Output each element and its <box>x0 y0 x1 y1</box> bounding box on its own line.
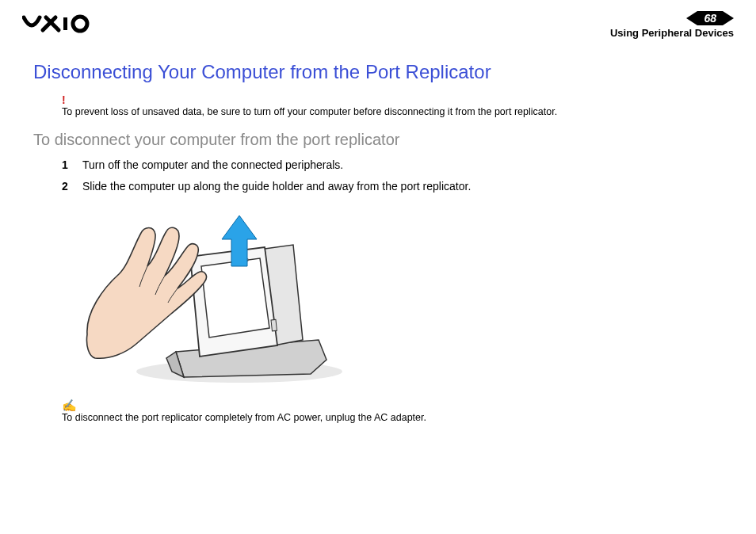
svg-point-1 <box>73 17 87 31</box>
next-page-button[interactable] <box>723 11 734 25</box>
page-header: 68 Using Peripheral Devices <box>0 0 756 39</box>
step-item: 1 Turn off the computer and the connecte… <box>62 157 723 174</box>
note-block: ✍ To disconnect the port replicator comp… <box>33 399 723 425</box>
warning-block: ! To prevent loss of unsaved data, be su… <box>33 94 723 120</box>
warning-text: To prevent loss of unsaved data, be sure… <box>62 105 723 120</box>
step-number: 1 <box>62 157 70 174</box>
step-text: Slide the computer up along the guide ho… <box>82 178 471 195</box>
step-item: 2 Slide the computer up along the guide … <box>62 178 723 195</box>
sub-heading: To disconnect your computer from the por… <box>33 131 723 149</box>
step-number: 2 <box>62 178 70 195</box>
vaio-logo <box>22 11 109 35</box>
page-number: 68 <box>697 11 723 25</box>
main-heading: Disconnecting Your Computer from the Por… <box>33 61 723 83</box>
svg-rect-0 <box>63 17 67 30</box>
steps-list: 1 Turn off the computer and the connecte… <box>33 157 723 195</box>
page-navigation: 68 <box>610 11 734 25</box>
header-right: 68 Using Peripheral Devices <box>610 11 734 39</box>
illustration-disconnect: VAIO <box>81 201 350 391</box>
section-title: Using Peripheral Devices <box>610 27 734 39</box>
note-text: To disconnect the port replicator comple… <box>62 411 723 425</box>
note-icon: ✍ <box>62 399 723 411</box>
step-text: Turn off the computer and the connected … <box>82 157 343 174</box>
prev-page-button[interactable] <box>686 11 697 25</box>
svg-rect-4 <box>271 319 277 331</box>
page-content: Disconnecting Your Computer from the Por… <box>0 39 756 425</box>
warning-icon: ! <box>62 94 723 105</box>
hand-icon <box>86 227 206 358</box>
